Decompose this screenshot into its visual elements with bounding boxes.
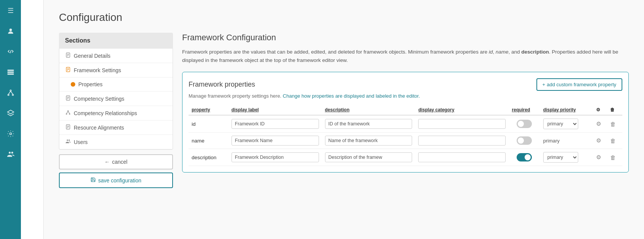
svg-marker-9 — [7, 110, 14, 114]
sidebar-item-label: Framework Settings — [74, 67, 121, 73]
desc-sep2: , and — [508, 49, 521, 55]
prop-desc-display-label-input[interactable] — [232, 152, 319, 162]
active-dot — [71, 82, 75, 87]
props-table: property display label description displ… — [189, 105, 622, 166]
prop-name-required-toggle[interactable] — [517, 136, 532, 145]
prop-id-settings-icon[interactable]: ⚙ — [596, 120, 601, 127]
subtitle-text: Manage framework property settings here. — [189, 93, 281, 99]
network-icon-2 — [65, 110, 71, 116]
props-header: Framework properties + add custom framew… — [189, 78, 622, 91]
prop-id-label: id — [189, 115, 228, 133]
prop-name-display-label-input[interactable] — [232, 136, 319, 146]
prop-id-delete-icon[interactable]: 🗑 — [610, 121, 616, 127]
prop-desc-settings-icon[interactable]: ⚙ — [596, 154, 601, 160]
svg-point-6 — [12, 94, 13, 95]
svg-line-29 — [68, 111, 70, 114]
document-icon — [65, 52, 71, 59]
prop-name-priority-cell: primary — [540, 133, 593, 149]
svg-point-10 — [10, 133, 11, 135]
swap-icon[interactable] — [4, 45, 17, 59]
prop-id-required-toggle[interactable] — [517, 120, 532, 128]
svg-point-25 — [68, 111, 68, 111]
prop-desc-required-toggle[interactable] — [517, 153, 532, 161]
prop-id-display-label-input[interactable] — [232, 119, 319, 129]
prop-id-description-input[interactable] — [325, 119, 412, 129]
col-display-priority: display priority — [540, 105, 593, 115]
save-button[interactable]: save configuration — [59, 173, 173, 188]
prop-name-required-cell — [509, 133, 540, 149]
user-icon[interactable] — [4, 24, 17, 38]
prop-desc-display-label-cell — [228, 149, 322, 166]
svg-line-28 — [67, 111, 68, 114]
sidebar-item-general-details[interactable]: General Details — [59, 49, 173, 63]
col-display-label: display label — [228, 105, 322, 115]
prop-desc-required-cell — [509, 149, 540, 166]
prop-desc-delete-icon[interactable]: 🗑 — [610, 154, 616, 161]
prop-name-display-label-cell — [228, 133, 322, 149]
prop-id-priority-cell: primary secondary — [540, 115, 593, 133]
toggle-slider — [517, 120, 532, 128]
prop-id-category-cell — [415, 115, 509, 133]
sidebar-item-competency-settings[interactable]: Competency Settings — [59, 92, 173, 106]
desc-id: id — [489, 49, 493, 55]
prop-name-category-cell — [415, 133, 509, 149]
list-icon[interactable] — [4, 65, 17, 79]
framework-props-box: Framework properties + add custom framew… — [182, 72, 629, 173]
prop-name-label: name — [189, 133, 228, 149]
prop-name-priority-text: primary — [543, 138, 560, 144]
svg-point-5 — [8, 94, 9, 95]
nav-list: General Details Framework Settings Prope… — [59, 49, 173, 150]
prop-id-priority-select[interactable]: primary secondary — [543, 119, 578, 129]
desc-sep1: , — [493, 49, 496, 55]
table-header-row: property display label description displ… — [189, 105, 622, 115]
add-custom-property-button[interactable]: + add custom framework property — [536, 78, 622, 91]
description-text: Framework properties are the values that… — [182, 48, 629, 64]
prop-name-settings-cell: ⚙ — [593, 133, 607, 149]
props-subtitle: Manage framework property settings here.… — [189, 93, 622, 99]
prop-name-description-input[interactable] — [325, 136, 412, 146]
document-icon-2 — [65, 67, 71, 73]
sidebar-item-properties[interactable]: Properties — [59, 78, 173, 92]
group-icon[interactable] — [4, 147, 17, 161]
props-title: Framework properties — [189, 81, 255, 89]
document-icon-4 — [65, 124, 71, 131]
sections-header: Sections — [59, 33, 173, 49]
sidebar-item-users[interactable]: Users — [59, 135, 173, 149]
layout-row: Sections General Details Framework Setti… — [59, 33, 629, 188]
sidebar-item-label: Resource Alignments — [74, 125, 124, 131]
plus-icon: + — [542, 82, 546, 87]
prop-name-delete-icon[interactable]: 🗑 — [610, 138, 616, 144]
prop-name-settings-icon[interactable]: ⚙ — [596, 137, 601, 144]
layers-icon[interactable] — [4, 106, 17, 120]
right-panel: Framework Configuration Framework proper… — [182, 33, 629, 188]
subtitle-link[interactable]: Change how properties are displayed and … — [283, 93, 420, 99]
sidebar-item-competency-relationships[interactable]: Competency Relationships — [59, 106, 173, 120]
network-icon[interactable] — [4, 86, 17, 100]
prop-name-category-input[interactable] — [418, 136, 506, 146]
settings-icon[interactable] — [4, 127, 17, 141]
prop-desc-description-input[interactable] — [325, 152, 412, 162]
svg-point-27 — [69, 114, 70, 114]
desc-desc: description — [521, 49, 549, 55]
prop-desc-category-input[interactable] — [418, 152, 506, 162]
cancel-button[interactable]: ← cancel — [59, 154, 173, 169]
nav-bar: ☰ — [0, 0, 21, 239]
prop-id-display-label-cell — [228, 115, 322, 133]
toggle-slider-3 — [517, 153, 532, 161]
sidebar-item-label: General Details — [74, 53, 111, 59]
page-title: Configuration — [59, 11, 629, 24]
menu-icon[interactable]: ☰ — [4, 4, 17, 17]
prop-desc-delete-cell: 🗑 — [607, 149, 622, 166]
prop-desc-priority-select[interactable]: primary secondary — [543, 152, 578, 163]
col-settings: ⚙ — [593, 105, 607, 115]
sidebar-item-resource-alignments[interactable]: Resource Alignments — [59, 120, 173, 135]
sidebar-item-framework-settings[interactable]: Framework Settings — [59, 63, 173, 78]
desc-name: name — [496, 49, 509, 55]
group-icon-2 — [65, 139, 71, 145]
left-panel: Sections General Details Framework Setti… — [59, 33, 173, 188]
sidebar-item-label: Users — [74, 139, 88, 145]
sidebar-spacer — [21, 0, 44, 239]
prop-id-delete-cell: 🗑 — [607, 115, 622, 133]
prop-desc-priority-cell: primary secondary — [540, 149, 593, 166]
prop-id-category-input[interactable] — [418, 119, 506, 129]
